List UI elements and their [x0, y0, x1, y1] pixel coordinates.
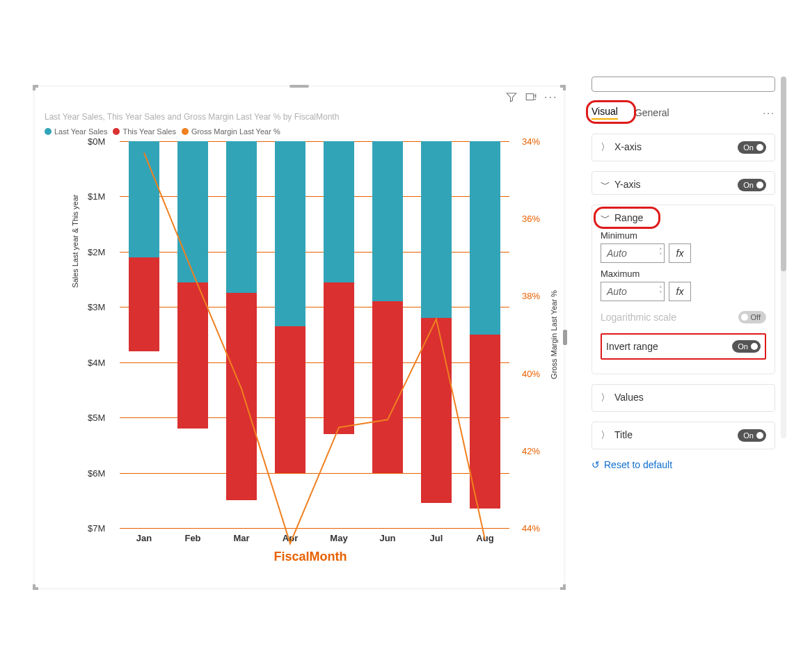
y-axis-tick: $2M: [88, 246, 105, 257]
input-y-max[interactable]: Auto ˄˅: [601, 282, 665, 301]
spinner-icon[interactable]: ˄˅: [658, 248, 661, 258]
card-range: ﹀Range Minimum Auto ˄˅ fx Maximum Auto ˄…: [591, 205, 775, 374]
card-label: Values: [614, 392, 644, 403]
card-label: X-axis: [614, 141, 642, 152]
y-axis-secondary-tick: 34%: [522, 136, 540, 147]
chart-legend: Last Year Sales This Year Sales Gross Ma…: [45, 127, 280, 136]
resize-handle[interactable]: [563, 85, 566, 90]
scrollbar[interactable]: [781, 77, 786, 438]
reset-icon: ↺: [591, 459, 600, 470]
drag-handle[interactable]: [289, 85, 309, 88]
y-axis-tick: $1M: [88, 191, 105, 202]
y-axis-tick: $7M: [88, 523, 105, 534]
x-axis-tick: Feb: [184, 533, 200, 543]
filter-icon[interactable]: [505, 91, 518, 104]
svg-rect-0: [526, 94, 534, 100]
y-axis-right-title: Gross Margin Last Year %: [550, 290, 558, 379]
x-axis-title: FiscalMonth: [273, 550, 347, 564]
more-options-icon[interactable]: ···: [763, 107, 775, 118]
y-axis-secondary-tick: 38%: [522, 291, 540, 301]
chevron-right-icon: 〉: [601, 141, 610, 154]
x-axis-tick: May: [330, 533, 347, 543]
x-axis-tick: Jul: [430, 533, 443, 543]
legend-item: Gross Margin Last Year %: [182, 127, 280, 136]
card-values[interactable]: 〉Values: [591, 384, 775, 412]
fx-button[interactable]: fx: [669, 282, 691, 301]
toggle-invert-range[interactable]: On: [732, 340, 761, 353]
resize-handle[interactable]: [33, 584, 35, 590]
input-y-min[interactable]: Auto ˄˅: [601, 243, 665, 263]
resize-handle[interactable]: [563, 330, 567, 345]
x-axis-tick: Mar: [233, 533, 249, 543]
x-axis-tick: Jan: [136, 533, 152, 543]
focus-mode-icon[interactable]: [525, 91, 537, 104]
spinner-icon[interactable]: ˄˅: [658, 287, 661, 296]
card-label: Y-axis: [614, 179, 641, 190]
tab-general[interactable]: General: [635, 107, 669, 118]
y-axis-tick: $3M: [88, 302, 105, 312]
chart-visual-container[interactable]: ··· Last Year Sales, This Year Sales and…: [35, 87, 564, 588]
y-axis-secondary-tick: 40%: [522, 368, 540, 378]
y-axis-tick: $0M: [88, 136, 105, 147]
format-panel: Visual General ··· 〉X-axis On ﹀Y-axis On…: [591, 77, 775, 470]
legend-item: Last Year Sales: [45, 127, 107, 136]
field-label: Logarithmic scale: [601, 312, 676, 323]
fx-button[interactable]: fx: [669, 243, 691, 263]
y-axis-tick: $6M: [88, 467, 105, 478]
card-label: Title: [614, 429, 633, 440]
line-series[interactable]: [144, 153, 485, 544]
field-label: Maximum: [601, 269, 766, 279]
search-input[interactable]: [591, 77, 775, 92]
resize-handle[interactable]: [563, 584, 566, 590]
y-axis-tick: $5M: [88, 413, 105, 423]
y-axis-secondary-tick: 44%: [522, 523, 540, 534]
y-axis-secondary-tick: 42%: [522, 445, 540, 456]
field-label: Invert range: [606, 341, 658, 352]
reset-to-default-link[interactable]: ↺ Reset to default: [591, 459, 775, 470]
chart-title: Last Year Sales, This Year Sales and Gro…: [45, 112, 339, 122]
scrollbar-thumb[interactable]: [781, 77, 786, 271]
field-label: Minimum: [601, 230, 766, 241]
tab-visual[interactable]: Visual: [591, 106, 618, 120]
x-axis-tick: Jun: [379, 533, 395, 543]
chevron-right-icon: 〉: [601, 392, 610, 404]
resize-handle[interactable]: [33, 85, 35, 90]
toggle-y-axis[interactable]: On: [738, 179, 766, 191]
y-axis-secondary-tick: 36%: [522, 214, 540, 224]
more-options-icon[interactable]: ···: [544, 91, 557, 104]
toggle-log-scale[interactable]: Off: [738, 311, 766, 323]
chevron-down-icon: ﹀: [601, 212, 610, 225]
row-invert-range: Invert range On: [601, 333, 766, 360]
card-label[interactable]: Range: [614, 212, 643, 223]
toggle-x-axis[interactable]: On: [738, 141, 766, 154]
y-axis-left-title: Sales Last year & This year: [71, 195, 79, 288]
y-axis-tick: $4M: [88, 357, 105, 367]
chevron-down-icon: ﹀: [601, 179, 610, 191]
legend-item: This Year Sales: [113, 127, 175, 136]
chevron-right-icon: 〉: [601, 429, 610, 442]
card-title[interactable]: 〉Title On: [591, 422, 775, 449]
card-y-axis[interactable]: ﹀Y-axis On: [591, 171, 775, 195]
plot-area: Sales Last year & This year Gross Margin…: [78, 141, 543, 528]
toggle-title[interactable]: On: [738, 429, 766, 442]
card-x-axis[interactable]: 〉X-axis On: [591, 134, 775, 161]
